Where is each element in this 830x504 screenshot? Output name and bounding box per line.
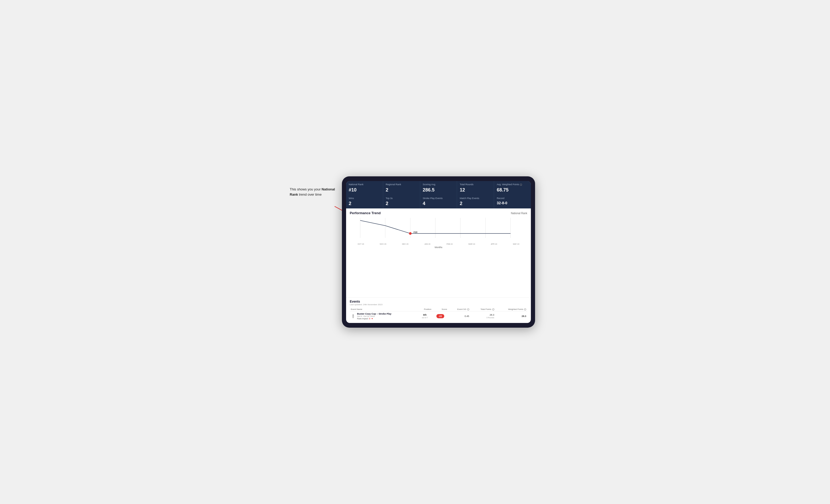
events-title: Events — [350, 300, 527, 303]
rank-impact-value: 3 — [369, 317, 370, 320]
events-table-body: Buster Cozy Cup – Stroke Play Oct 9 - Oc… — [350, 311, 527, 321]
performance-chart: #10 — [350, 216, 527, 243]
stats-row-1: National Rank #10 Regional Rank 2 Scorin… — [346, 181, 531, 195]
tablet-screen: National Rank #10 Regional Rank 2 Scorin… — [346, 181, 531, 323]
event-date: Oct 9 - Oct 10, 2023 — [357, 315, 391, 317]
col-score: Score — [433, 307, 448, 311]
event-info: Buster Cozy Cup – Stroke Play Oct 9 - Oc… — [357, 312, 391, 320]
stat-national-rank-value: #10 — [349, 187, 380, 193]
stat-top3s-value: 2 — [386, 201, 417, 206]
total-points-sub: 3 Rounds — [486, 317, 494, 318]
stat-total-rounds-value: 12 — [459, 187, 491, 193]
stat-scoring-avg-value: 286.5 — [423, 187, 454, 193]
stat-scoring-avg-label: Scoring Avg. — [423, 183, 454, 186]
stat-scoring-avg: Scoring Avg. 286.5 — [420, 181, 457, 195]
chart-label-apr24: APR 24 — [483, 243, 505, 245]
chart-label-oct23: OCT 23 — [350, 243, 372, 245]
position-main: 6th — [423, 313, 427, 316]
stat-record-value: 32-8-0 — [497, 201, 528, 205]
stat-avg-weighted: Avg. Weighted Points i 68.75 — [494, 181, 531, 195]
stat-total-rounds: Total Rounds 12 — [457, 181, 494, 195]
col-event-sg: Event SG i — [448, 307, 470, 311]
chart-label-dec23: DEC 23 — [394, 243, 416, 245]
stat-top3s: Top 3s 2 — [383, 195, 420, 209]
stat-avg-weighted-label: Avg. Weighted Points i — [497, 183, 528, 186]
svg-text:#10: #10 — [413, 231, 417, 233]
events-last-updated: Last updated: 24th November 2023 — [350, 303, 527, 306]
event-name-text: Buster Cozy Cup – Stroke Play — [357, 312, 391, 315]
event-rank-impact: Rank Impact: 3 — [357, 317, 391, 320]
stat-record-label: Record — [497, 197, 528, 200]
annotation-text: This shows you your National Rank trend … — [290, 187, 337, 197]
stat-top3s-label: Top 3s — [386, 197, 417, 200]
rank-impact-chevron-icon — [372, 318, 373, 319]
stat-match-play-value: 2 — [459, 201, 491, 206]
stat-stroke-play: Stroke Play Events 4 — [420, 195, 457, 209]
stat-wins: Wins 2 — [346, 195, 383, 209]
annotation-plain: This shows you your — [290, 187, 322, 191]
events-section: Events Last updated: 24th November 2023 … — [346, 297, 531, 323]
stat-national-rank-label: National Rank — [349, 183, 380, 186]
stat-regional-rank-value: 2 — [386, 187, 417, 193]
weighted-points-cell: 28.3 — [496, 311, 528, 321]
chart-label-jan24: JAN 24 — [416, 243, 439, 245]
svg-point-9 — [409, 232, 412, 235]
stat-record: Record 32-8-0 — [494, 195, 531, 209]
stat-avg-weighted-value: 68.75 — [497, 187, 528, 193]
position-sub: out of 7 — [422, 317, 428, 318]
performance-label: National Rank — [511, 212, 527, 215]
events-header-row: Event Name Position Score Event SG i Tot… — [350, 307, 527, 311]
event-name-cell: Buster Cozy Cup – Stroke Play Oct 9 - Oc… — [350, 311, 417, 321]
chart-label-mar24: MAR 24 — [461, 243, 483, 245]
stat-stroke-play-label: Stroke Play Events — [423, 197, 454, 200]
golf-bag-icon — [351, 314, 355, 318]
events-table: Event Name Position Score Event SG i Tot… — [350, 307, 527, 321]
stat-match-play-label: Match Play Events — [459, 197, 491, 200]
chart-label-nov23: NOV 23 — [372, 243, 394, 245]
stat-regional-rank: Regional Rank 2 — [383, 181, 420, 195]
stat-match-play: Match Play Events 2 — [457, 195, 494, 209]
event-sg-cell: 0.45 — [448, 311, 470, 321]
weighted-points-value: 28.3 — [521, 315, 526, 317]
performance-title: Performance Trend — [350, 211, 381, 215]
position-value: 6th out of 7 — [418, 313, 432, 319]
performance-section: Performance Trend National Rank — [346, 208, 531, 297]
stat-stroke-play-value: 4 — [423, 201, 454, 206]
performance-header: Performance Trend National Rank — [350, 211, 527, 215]
avg-weighted-info-icon: i — [520, 183, 522, 186]
annotation-after: trend over time — [298, 193, 322, 196]
scene: This shows you your National Rank trend … — [290, 171, 540, 333]
chart-label-may24: MAY 24 — [505, 243, 527, 245]
col-weighted-points: Weighted Points i — [496, 307, 528, 311]
events-table-header: Event Name Position Score Event SG i Tot… — [350, 307, 527, 311]
chart-svg: #10 — [350, 216, 527, 243]
tablet-device: National Rank #10 Regional Rank 2 Scorin… — [342, 176, 535, 328]
col-position: Position — [417, 307, 433, 311]
rank-impact-label: Rank Impact: — [357, 317, 369, 320]
weighted-points-info-icon: i — [524, 308, 526, 310]
event-score-cell: -22 — [433, 311, 448, 321]
event-sg-info-icon: i — [467, 308, 469, 310]
chart-x-labels: OCT 23 NOV 23 DEC 23 JAN 24 FEB 24 MAR 2… — [350, 243, 527, 245]
stat-wins-label: Wins — [349, 197, 380, 200]
col-total-points: Total Points i — [470, 307, 496, 311]
table-row: Buster Cozy Cup – Stroke Play Oct 9 - Oc… — [350, 311, 527, 321]
total-points-info-icon: i — [492, 308, 494, 310]
chart-label-feb24: FEB 24 — [439, 243, 461, 245]
event-position-cell: 6th out of 7 — [417, 311, 433, 321]
stat-regional-rank-label: Regional Rank — [386, 183, 417, 186]
stat-national-rank: National Rank #10 — [346, 181, 383, 195]
total-points-value: 28.3 — [490, 313, 494, 316]
score-badge: -22 — [437, 314, 444, 318]
stat-wins-value: 2 — [349, 201, 380, 206]
event-name-wrapper: Buster Cozy Cup – Stroke Play Oct 9 - Oc… — [351, 312, 416, 320]
col-event-name: Event Name — [350, 307, 417, 311]
stat-total-rounds-label: Total Rounds — [459, 183, 491, 186]
chart-x-axis-title: Months — [350, 246, 527, 248]
stats-row-2: Wins 2 Top 3s 2 Stroke Play Events 4 Mat… — [346, 195, 531, 209]
total-points-cell: 28.3 3 Rounds — [470, 311, 496, 321]
